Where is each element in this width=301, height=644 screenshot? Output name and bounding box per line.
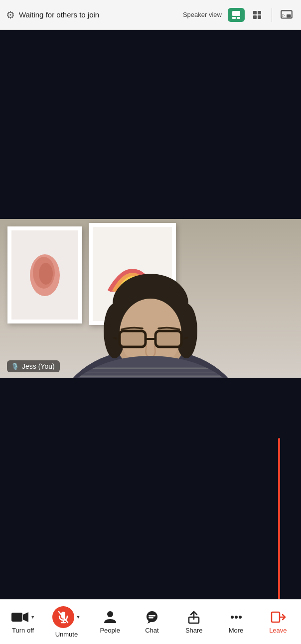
svg-rect-1 xyxy=(232,17,236,19)
svg-rect-5 xyxy=(253,15,257,19)
participant-name-label: 🎙️ Jess (You) xyxy=(7,360,60,372)
svg-point-63 xyxy=(107,611,113,617)
leave-label: Leave xyxy=(269,627,287,634)
mic-muted-icon: 🎙️ xyxy=(11,363,19,370)
toolbar: ▼ Turn off ▼ Unmute xyxy=(0,599,301,644)
chat-label: Chat xyxy=(145,627,158,634)
svg-rect-6 xyxy=(258,15,261,19)
unmute-label: Unmute xyxy=(55,631,78,638)
unmute-chevron[interactable]: ▼ xyxy=(76,615,80,620)
turnoff-button[interactable]: ▼ Turn off xyxy=(5,606,40,638)
more-button[interactable]: More xyxy=(219,606,254,638)
header-right: Speaker view ▷ xyxy=(183,8,295,22)
divider xyxy=(272,8,272,22)
unmute-button[interactable]: ▼ Unmute xyxy=(47,602,85,642)
unmute-icon-wrap: ▼ xyxy=(52,606,80,628)
grid-view-button[interactable] xyxy=(249,8,266,22)
svg-point-72 xyxy=(239,616,242,619)
svg-rect-66 xyxy=(149,615,155,617)
svg-rect-67 xyxy=(149,617,153,619)
svg-rect-28 xyxy=(156,332,180,346)
chat-icon-wrap xyxy=(144,610,160,624)
turnoff-label: Turn off xyxy=(12,627,34,634)
pip-button[interactable]: ▷ xyxy=(278,8,295,22)
svg-rect-4 xyxy=(258,11,261,14)
svg-point-70 xyxy=(231,616,234,619)
svg-rect-2 xyxy=(237,17,240,19)
leave-icon xyxy=(270,610,286,624)
svg-rect-8 xyxy=(287,14,291,17)
unmute-circle xyxy=(52,606,74,628)
svg-point-71 xyxy=(235,616,238,619)
svg-rect-73 xyxy=(272,612,280,622)
more-icon-wrap xyxy=(228,610,244,624)
leave-icon-wrap xyxy=(270,610,286,624)
share-label: Share xyxy=(185,627,203,634)
svg-rect-57 xyxy=(11,613,22,622)
camera-icon xyxy=(11,610,29,624)
page-title: Waiting for others to join xyxy=(19,10,99,19)
people-label: People xyxy=(100,627,120,634)
svg-rect-27 xyxy=(121,332,145,346)
svg-marker-58 xyxy=(23,612,28,622)
top-video-panel xyxy=(0,30,301,219)
mic-off-icon xyxy=(58,611,69,624)
people-icon-wrap xyxy=(102,610,118,624)
chat-icon xyxy=(144,610,160,624)
people-button[interactable]: People xyxy=(93,606,128,638)
leave-button[interactable]: Leave xyxy=(261,606,296,638)
svg-text:▷: ▷ xyxy=(282,13,286,17)
video-area: 🎙️ Jess (You) xyxy=(0,30,301,644)
more-icon xyxy=(228,610,244,624)
share-button[interactable]: Share xyxy=(176,606,211,638)
speaker-view-label: Speaker view xyxy=(183,11,222,18)
settings-icon[interactable]: ⚙ xyxy=(6,9,15,21)
speaker-view-button[interactable] xyxy=(228,8,245,22)
svg-point-64 xyxy=(147,611,157,622)
turnoff-icon-wrap: ▼ xyxy=(11,610,35,624)
header-bar: ⚙ Waiting for others to join Speaker vie… xyxy=(0,0,301,30)
bottom-video-panel xyxy=(0,378,301,604)
participant-name: Jess (You) xyxy=(22,362,55,370)
share-icon xyxy=(186,610,202,624)
header-left: ⚙ Waiting for others to join xyxy=(6,9,183,21)
participant-video-panel: 🎙️ Jess (You) xyxy=(0,219,301,378)
svg-rect-3 xyxy=(253,11,257,14)
person-svg xyxy=(36,259,265,378)
chat-button[interactable]: Chat xyxy=(135,606,169,638)
share-icon-wrap xyxy=(186,610,202,624)
more-label: More xyxy=(229,627,244,634)
people-icon xyxy=(102,610,118,624)
grid-view-icon xyxy=(253,10,262,19)
svg-rect-0 xyxy=(232,11,240,16)
turnoff-chevron[interactable]: ▼ xyxy=(30,615,35,620)
pip-icon: ▷ xyxy=(280,8,293,21)
speaker-view-icon xyxy=(232,10,241,19)
